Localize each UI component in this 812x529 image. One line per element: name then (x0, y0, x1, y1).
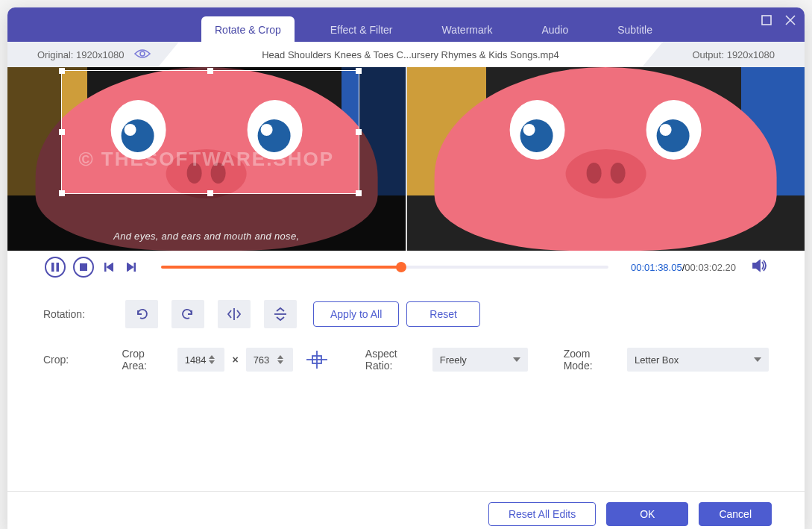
aspect-ratio-dropdown[interactable]: Freely (432, 348, 528, 372)
chevron-down-icon (513, 357, 520, 362)
svg-marker-11 (753, 260, 760, 271)
ok-button[interactable]: OK (606, 502, 688, 526)
maximize-icon[interactable] (760, 13, 773, 27)
crop-height-stepper[interactable] (246, 348, 294, 372)
svg-rect-6 (80, 263, 87, 271)
multiply-sign: × (232, 354, 238, 366)
rotation-row: Rotation: Apply to All Reset (43, 300, 769, 328)
tab-rotate-crop[interactable]: Rotate & Crop (201, 16, 295, 42)
eye-icon[interactable] (134, 48, 151, 61)
svg-marker-8 (107, 263, 113, 272)
cancel-button[interactable]: Cancel (699, 502, 772, 526)
crop-area-label: Crop Area: (122, 348, 169, 372)
editor-window: Rotate & Crop Effect & Filter Watermark … (7, 7, 805, 529)
chevron-down-icon (754, 357, 761, 362)
center-crop-icon[interactable] (303, 348, 330, 372)
titlebar: Rotate & Crop Effect & Filter Watermark … (7, 7, 805, 42)
stop-button[interactable] (73, 257, 94, 278)
crop-width-stepper[interactable] (177, 348, 225, 372)
svg-rect-7 (104, 263, 106, 272)
output-video-frame (407, 67, 805, 251)
window-controls (760, 13, 797, 27)
close-icon[interactable] (784, 13, 797, 27)
tabs: Rotate & Crop Effect & Filter Watermark … (201, 7, 666, 42)
playbar: 00:01:38.05/00:03:02.20 (7, 251, 805, 284)
seek-slider[interactable] (161, 266, 608, 269)
crop-width-arrows[interactable] (209, 355, 219, 364)
svg-rect-10 (134, 263, 136, 272)
infobar: Original: 1920x1080 Head Shoulders Knees… (7, 42, 805, 67)
svg-point-3 (140, 51, 145, 56)
tab-audio[interactable]: Audio (528, 16, 582, 42)
tab-subtitle[interactable]: Subtitle (604, 16, 666, 42)
volume-icon[interactable] (752, 259, 767, 275)
tab-watermark[interactable]: Watermark (429, 16, 506, 42)
zoom-mode-label: Zoom Mode: (564, 348, 620, 372)
original-dimensions: Original: 1920x1080 (7, 42, 179, 67)
crop-height-input[interactable] (254, 354, 277, 366)
zoom-mode-dropdown[interactable]: Letter Box (627, 348, 769, 372)
rotate-left-button[interactable] (125, 300, 158, 328)
apply-to-all-button[interactable]: Apply to All (313, 301, 399, 327)
svg-rect-0 (762, 16, 771, 25)
crop-row: Crop: Crop Area: × Aspect Ratio: Freely … (43, 348, 769, 372)
rotate-right-button[interactable] (171, 300, 204, 328)
svg-rect-5 (57, 263, 59, 272)
controls-panel: Rotation: Apply to All Reset Crop: Crop … (7, 284, 805, 491)
prev-frame-button[interactable] (101, 257, 116, 278)
rotation-label: Rotation: (43, 308, 125, 320)
preview-output (406, 67, 805, 251)
tab-effect-filter[interactable]: Effect & Filter (317, 16, 406, 42)
reset-all-edits-button[interactable]: Reset All Edits (488, 502, 596, 526)
footer: Reset All Edits OK Cancel (7, 491, 805, 529)
flip-horizontal-button[interactable] (218, 300, 251, 328)
output-dimensions: Output: 1920x1080 (642, 42, 805, 67)
crop-frame[interactable] (61, 70, 359, 194)
preview-source[interactable]: And eyes, and ears and mouth and nose, ©… (7, 67, 406, 251)
original-label: Original: 1920x1080 (37, 49, 124, 60)
time-display: 00:01:38.05/00:03:02.20 (631, 262, 736, 273)
preview-row: And eyes, and ears and mouth and nose, ©… (7, 67, 805, 251)
aspect-ratio-label: Aspect Ratio: (365, 348, 425, 372)
crop-width-input[interactable] (185, 354, 209, 366)
pause-button[interactable] (45, 257, 66, 278)
flip-vertical-button[interactable] (264, 300, 297, 328)
svg-marker-9 (127, 263, 133, 272)
reset-button[interactable]: Reset (406, 301, 480, 327)
crop-height-arrows[interactable] (277, 355, 288, 364)
subtitle-text: And eyes, and ears and mouth and nose, (7, 231, 406, 242)
next-frame-button[interactable] (124, 257, 139, 278)
svg-rect-4 (51, 263, 54, 272)
crop-label: Crop: (43, 354, 122, 366)
file-title: Head Shoulders Knees & Toes C...ursery R… (179, 49, 642, 60)
